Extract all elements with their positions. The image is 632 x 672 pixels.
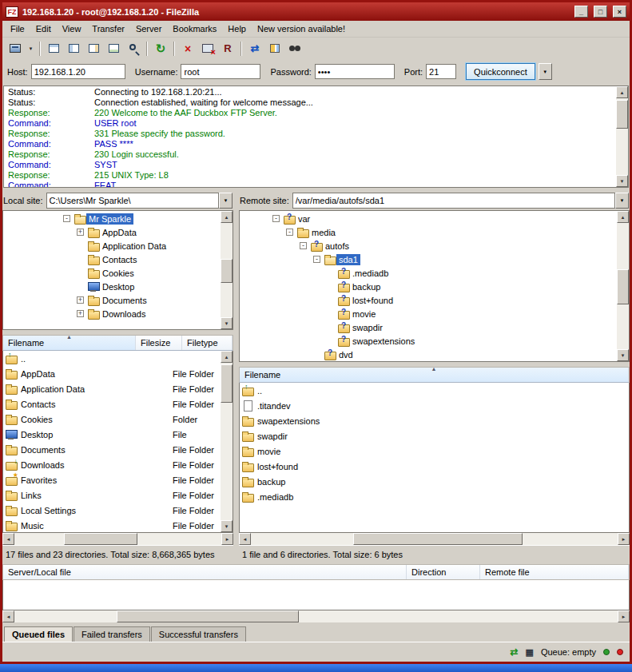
scroll-right-icon[interactable]: ► bbox=[618, 610, 630, 622]
host-input[interactable] bbox=[31, 64, 125, 79]
tree-item[interactable]: - var bbox=[240, 212, 616, 225]
synchronized-browsing-button[interactable]: ⇄ bbox=[245, 40, 264, 58]
local-site-input[interactable] bbox=[46, 193, 219, 209]
scroll-thumb[interactable] bbox=[616, 100, 628, 129]
menu-item[interactable]: Bookmarks bbox=[167, 22, 222, 36]
column-header-filesize[interactable]: Filesize bbox=[136, 336, 182, 350]
tree-item[interactable]: movie bbox=[240, 307, 616, 320]
tree-item[interactable]: dvd bbox=[240, 348, 616, 360]
scroll-thumb[interactable] bbox=[64, 533, 137, 545]
file-row[interactable]: .. bbox=[240, 383, 629, 398]
menu-item[interactable]: View bbox=[57, 22, 87, 36]
tree-item[interactable]: + AppData bbox=[4, 225, 220, 239]
file-row[interactable]: Application Data File Folder bbox=[3, 381, 221, 396]
expander-icon[interactable]: - bbox=[272, 215, 280, 222]
pane-splitter[interactable] bbox=[233, 191, 239, 563]
column-header-remote-file[interactable]: Remote file bbox=[480, 565, 629, 579]
quickconnect-dropdown[interactable]: ▼ bbox=[539, 63, 552, 80]
sync-status-icon[interactable]: ⇄ bbox=[510, 646, 518, 658]
scroll-up-icon[interactable]: ▲ bbox=[616, 86, 628, 98]
file-row[interactable]: .mediadb bbox=[240, 489, 629, 504]
queue-list-area[interactable] bbox=[2, 580, 630, 610]
file-row[interactable]: Documents File Folder bbox=[3, 442, 221, 457]
file-row[interactable]: Cookies Folder bbox=[3, 412, 221, 427]
find-files-button[interactable] bbox=[285, 40, 304, 58]
scroll-left-icon[interactable]: ◄ bbox=[2, 533, 14, 545]
tree-item[interactable]: - autofs bbox=[240, 239, 616, 252]
remote-horizontal-scrollbar[interactable]: ◄ ► bbox=[239, 533, 630, 545]
scroll-up-icon[interactable]: ▲ bbox=[221, 351, 233, 363]
scroll-down-icon[interactable]: ▼ bbox=[221, 520, 233, 532]
disconnect-button[interactable] bbox=[198, 40, 217, 58]
file-row[interactable]: movie bbox=[240, 443, 629, 459]
maximize-button[interactable]: □ bbox=[594, 6, 607, 18]
quickconnect-button[interactable]: Quickconnect bbox=[466, 63, 535, 80]
expander-icon[interactable]: + bbox=[77, 310, 84, 317]
file-row[interactable]: swapdir bbox=[240, 428, 629, 443]
column-header-filename[interactable]: Filename▲ bbox=[240, 368, 629, 382]
tree-item[interactable]: - sda1 bbox=[240, 252, 616, 266]
tree-item[interactable]: - media bbox=[240, 225, 616, 239]
menu-item[interactable]: Server bbox=[130, 22, 167, 36]
file-row[interactable]: Desktop File bbox=[3, 427, 221, 442]
queue-horizontal-scrollbar[interactable]: ◄ ► bbox=[2, 610, 630, 622]
column-header-server-local-file[interactable]: Server/Local file bbox=[3, 565, 407, 579]
cancel-button[interactable]: × bbox=[178, 40, 197, 58]
file-row[interactable]: Links File Folder bbox=[3, 487, 221, 503]
file-row[interactable]: Music File Folder bbox=[3, 518, 221, 532]
file-row[interactable]: Favorites File Folder bbox=[3, 472, 221, 487]
message-log-scrollbar[interactable]: ▲ ▼ bbox=[616, 86, 628, 187]
tab-failed-transfers[interactable]: Failed transfers bbox=[74, 626, 150, 642]
file-row[interactable]: .. bbox=[3, 351, 221, 366]
toggle-message-log-button[interactable] bbox=[44, 40, 63, 58]
scroll-down-icon[interactable]: ▼ bbox=[617, 349, 629, 361]
scroll-down-icon[interactable]: ▼ bbox=[221, 317, 233, 329]
file-row[interactable]: Local Settings File Folder bbox=[3, 503, 221, 518]
remote-site-dropdown[interactable]: ▼ bbox=[615, 193, 629, 209]
file-row[interactable]: Downloads File Folder bbox=[3, 457, 221, 472]
site-manager-button[interactable] bbox=[6, 40, 25, 58]
scroll-up-icon[interactable]: ▲ bbox=[617, 211, 629, 223]
menu-item[interactable]: Help bbox=[222, 22, 252, 36]
file-row[interactable]: AppData File Folder bbox=[3, 366, 221, 381]
scroll-track[interactable] bbox=[221, 363, 233, 520]
expander-icon[interactable]: - bbox=[63, 215, 70, 222]
scroll-thumb[interactable] bbox=[221, 364, 233, 403]
scroll-track[interactable] bbox=[14, 533, 221, 545]
scroll-track[interactable] bbox=[221, 223, 233, 317]
expander-icon[interactable]: - bbox=[300, 242, 307, 249]
column-header-filetype[interactable]: Filetype bbox=[182, 336, 233, 350]
menu-item[interactable]: File bbox=[5, 22, 30, 36]
site-manager-dropdown[interactable]: ▼ bbox=[26, 40, 36, 58]
scroll-left-icon[interactable]: ◄ bbox=[2, 610, 14, 622]
tree-item[interactable]: .mediadb bbox=[240, 266, 616, 280]
remote-site-input[interactable] bbox=[292, 193, 615, 209]
refresh-button[interactable]: ↻ bbox=[151, 40, 170, 58]
scroll-down-icon[interactable]: ▼ bbox=[616, 175, 628, 187]
expander-icon[interactable]: + bbox=[77, 296, 84, 304]
file-row[interactable]: .titandev bbox=[240, 398, 629, 413]
local-horizontal-scrollbar[interactable]: ◄ ► bbox=[2, 533, 233, 545]
tree-item[interactable]: lost+found bbox=[240, 293, 616, 307]
tree-item[interactable]: Contacts bbox=[4, 252, 220, 266]
file-row[interactable]: Contacts File Folder bbox=[3, 396, 221, 412]
scroll-thumb[interactable] bbox=[617, 269, 629, 304]
tree-item[interactable]: Desktop bbox=[4, 280, 220, 293]
toggle-local-tree-button[interactable] bbox=[64, 40, 83, 58]
tree-item[interactable]: + Downloads bbox=[4, 307, 220, 320]
file-row[interactable]: lost+found bbox=[240, 459, 629, 474]
menu-item[interactable]: New version available! bbox=[252, 22, 351, 36]
scroll-up-icon[interactable]: ▲ bbox=[221, 211, 233, 223]
scroll-right-icon[interactable]: ► bbox=[618, 533, 630, 545]
menu-item[interactable]: Transfer bbox=[86, 22, 130, 36]
scroll-track[interactable] bbox=[251, 533, 618, 545]
toggle-remote-tree-button[interactable] bbox=[84, 40, 103, 58]
local-list-scrollbar[interactable]: ▲ ▼ bbox=[221, 351, 233, 532]
scroll-right-icon[interactable]: ► bbox=[221, 533, 233, 545]
tree-item[interactable]: swapextensions bbox=[240, 334, 616, 348]
tree-item[interactable]: swapdir bbox=[240, 320, 616, 334]
tab-queued-files[interactable]: Queued files bbox=[4, 626, 73, 642]
tree-item[interactable]: Application Data bbox=[4, 239, 220, 252]
file-row[interactable]: backup bbox=[240, 474, 629, 489]
tree-item[interactable]: + Documents bbox=[4, 293, 220, 307]
